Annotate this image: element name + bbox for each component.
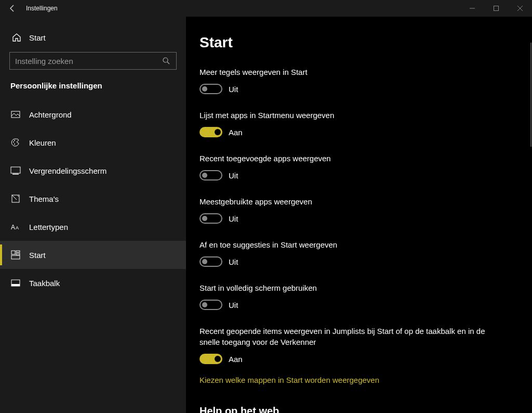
setting-label: Lijst met apps in Startmenu weergeven <box>200 110 490 121</box>
search-icon <box>162 56 171 66</box>
setting-most-used: Meestgebruikte apps weergevenUit <box>200 196 490 224</box>
setting-recent-jumplist: Recent geopende items weergeven in Jumpl… <box>200 326 490 364</box>
help-section-title: Help op het web <box>200 405 520 413</box>
sidebar-nav: Achtergrond Kleuren Vergrendelingsscherm <box>0 100 186 297</box>
svg-point-4 <box>14 140 15 141</box>
setting-more-tiles: Meer tegels weergeven in StartUit <box>200 67 490 94</box>
svg-rect-7 <box>12 174 19 175</box>
svg-rect-14 <box>11 255 20 259</box>
toggle-knob <box>202 302 207 307</box>
choose-folders-link[interactable]: Kiezen welke mappen in Start worden weer… <box>200 376 520 384</box>
setting-full-screen: Start in volledig scherm gebruikenUit <box>200 282 490 310</box>
toggle-knob <box>202 86 207 92</box>
toggle-state-label: Uit <box>229 214 238 223</box>
window-controls <box>460 0 532 17</box>
svg-rect-16 <box>11 284 20 286</box>
svg-text:A: A <box>16 225 19 230</box>
sidebar-item-label: Lettertypen <box>29 223 68 231</box>
toggle-suggestions[interactable] <box>200 256 222 267</box>
setting-suggestions: Af en toe suggesties in Start weergevenU… <box>200 239 490 267</box>
arrow-left-icon <box>8 4 17 12</box>
toggle-row: Uit <box>200 213 490 224</box>
theme-icon <box>10 193 21 204</box>
toggle-app-list[interactable] <box>200 127 222 137</box>
svg-rect-13 <box>16 253 20 255</box>
sidebar-item-themas[interactable]: Thema's <box>0 185 186 213</box>
setting-label: Meer tegels weergeven in Start <box>200 67 490 78</box>
minimize-button[interactable] <box>460 0 484 17</box>
taskbar-icon <box>10 278 21 288</box>
category-title: Persoonlijke instellingen <box>0 81 186 100</box>
toggle-state-label: Uit <box>229 85 238 94</box>
toggle-recent-jumplist[interactable] <box>200 354 222 364</box>
settings-window: Instellingen Start <box>0 0 532 413</box>
setting-label: Start in volledig scherm gebruiken <box>200 282 490 293</box>
search-box[interactable] <box>9 52 177 70</box>
svg-point-1 <box>163 58 168 62</box>
toggle-row: Aan <box>200 127 490 137</box>
toggle-state-label: Aan <box>229 355 243 364</box>
svg-point-5 <box>14 144 15 145</box>
picture-icon <box>10 109 21 120</box>
svg-point-3 <box>13 141 14 143</box>
svg-rect-12 <box>16 251 20 252</box>
setting-label: Recent geopende items weergeven in Jumpl… <box>200 326 490 347</box>
toggle-knob <box>215 129 221 135</box>
toggle-recent-apps[interactable] <box>200 170 222 180</box>
toggle-row: Aan <box>200 354 490 364</box>
sidebar-item-label: Kleuren <box>29 138 56 147</box>
sidebar-item-vergrendelingsscherm[interactable]: Vergrendelingsscherm <box>0 157 186 185</box>
toggle-state-label: Uit <box>229 301 238 309</box>
setting-app-list: Lijst met apps in Startmenu weergevenAan <box>200 110 490 137</box>
window-body: Start Persoonlijke instellingen Achtergr… <box>0 17 532 413</box>
content-pane: Start Meer tegels weergeven in StartUitL… <box>186 17 532 413</box>
sidebar-item-label: Achtergrond <box>29 110 72 119</box>
close-button[interactable] <box>508 0 532 17</box>
scrollbar-thumb[interactable] <box>530 43 531 147</box>
svg-text:A: A <box>11 224 15 231</box>
title-bar: Instellingen <box>0 0 532 17</box>
sidebar-item-label: Start <box>29 251 46 260</box>
svg-rect-6 <box>11 167 20 173</box>
toggle-most-used[interactable] <box>200 213 222 224</box>
close-icon <box>517 6 523 11</box>
font-icon: AA <box>10 222 21 232</box>
toggle-knob <box>202 259 207 264</box>
lock-screen-icon <box>10 165 21 176</box>
toggle-knob <box>202 216 207 221</box>
maximize-icon <box>494 6 499 11</box>
sidebar-item-lettertypen[interactable]: AA Lettertypen <box>0 213 186 241</box>
back-button[interactable] <box>0 0 25 17</box>
svg-rect-11 <box>11 251 15 254</box>
sidebar-item-achtergrond[interactable]: Achtergrond <box>0 100 186 128</box>
svg-rect-0 <box>494 6 499 11</box>
toggle-full-screen[interactable] <box>200 300 222 310</box>
toggle-knob <box>215 356 221 362</box>
sidebar-item-label: Vergrendelingsscherm <box>29 166 107 175</box>
minimize-icon <box>470 6 475 11</box>
page-title: Start <box>200 34 520 51</box>
search-input[interactable] <box>15 57 162 66</box>
toggle-row: Uit <box>200 170 490 180</box>
sidebar-item-label: Thema's <box>29 195 59 203</box>
window-title: Instellingen <box>26 5 58 12</box>
home-icon <box>11 32 22 43</box>
toggle-state-label: Uit <box>229 257 238 266</box>
toggle-state-label: Uit <box>229 171 238 180</box>
toggle-more-tiles[interactable] <box>200 84 222 94</box>
setting-recent-apps: Recent toegevoegde apps weergevenUit <box>200 153 490 180</box>
toggle-row: Uit <box>200 84 490 94</box>
home-label: Start <box>29 33 46 42</box>
sidebar-item-label: Taakbalk <box>29 279 60 288</box>
setting-label: Af en toe suggesties in Start weergeven <box>200 239 490 250</box>
sidebar: Start Persoonlijke instellingen Achtergr… <box>0 17 186 413</box>
sidebar-item-kleuren[interactable]: Kleuren <box>0 128 186 157</box>
maximize-button[interactable] <box>484 0 508 17</box>
toggle-row: Uit <box>200 256 490 267</box>
setting-label: Meestgebruikte apps weergeven <box>200 196 490 207</box>
toggle-state-label: Aan <box>229 128 243 137</box>
home-button[interactable]: Start <box>0 27 186 52</box>
sidebar-item-start[interactable]: Start <box>0 241 186 269</box>
sidebar-item-taakbalk[interactable]: Taakbalk <box>0 269 186 297</box>
palette-icon <box>10 137 21 148</box>
